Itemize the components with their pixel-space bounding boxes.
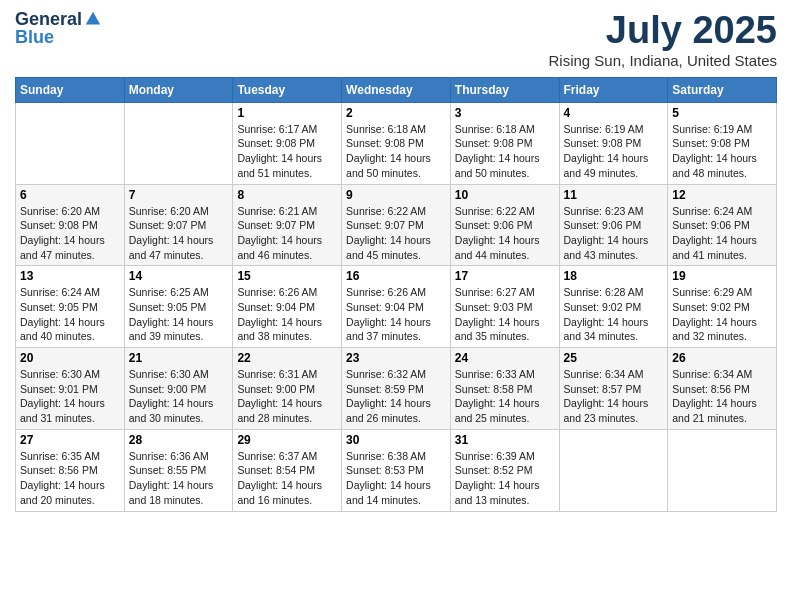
logo: General Blue	[15, 10, 102, 46]
calendar-cell: 24Sunrise: 6:33 AMSunset: 8:58 PMDayligh…	[450, 348, 559, 430]
logo-bird-icon	[84, 10, 102, 28]
calendar-week-row-2: 6Sunrise: 6:20 AMSunset: 9:08 PMDaylight…	[16, 184, 777, 266]
calendar-cell: 10Sunrise: 6:22 AMSunset: 9:06 PMDayligh…	[450, 184, 559, 266]
day-number: 5	[672, 106, 772, 120]
day-number: 8	[237, 188, 337, 202]
calendar-cell: 3Sunrise: 6:18 AMSunset: 9:08 PMDaylight…	[450, 102, 559, 184]
day-info: Sunrise: 6:32 AMSunset: 8:59 PMDaylight:…	[346, 367, 446, 426]
day-info: Sunrise: 6:24 AMSunset: 9:06 PMDaylight:…	[672, 204, 772, 263]
day-info: Sunrise: 6:19 AMSunset: 9:08 PMDaylight:…	[564, 122, 664, 181]
calendar-cell: 26Sunrise: 6:34 AMSunset: 8:56 PMDayligh…	[668, 348, 777, 430]
calendar-cell: 28Sunrise: 6:36 AMSunset: 8:55 PMDayligh…	[124, 429, 233, 511]
page-title: July 2025	[549, 10, 777, 52]
day-number: 3	[455, 106, 555, 120]
day-number: 25	[564, 351, 664, 365]
calendar-week-row-4: 20Sunrise: 6:30 AMSunset: 9:01 PMDayligh…	[16, 348, 777, 430]
calendar-cell: 23Sunrise: 6:32 AMSunset: 8:59 PMDayligh…	[342, 348, 451, 430]
day-number: 24	[455, 351, 555, 365]
day-number: 18	[564, 269, 664, 283]
day-info: Sunrise: 6:26 AMSunset: 9:04 PMDaylight:…	[346, 285, 446, 344]
calendar-header-saturday: Saturday	[668, 77, 777, 102]
page-subtitle: Rising Sun, Indiana, United States	[549, 52, 777, 69]
day-info: Sunrise: 6:24 AMSunset: 9:05 PMDaylight:…	[20, 285, 120, 344]
calendar-cell: 25Sunrise: 6:34 AMSunset: 8:57 PMDayligh…	[559, 348, 668, 430]
day-number: 22	[237, 351, 337, 365]
calendar-cell	[16, 102, 125, 184]
day-number: 2	[346, 106, 446, 120]
day-info: Sunrise: 6:36 AMSunset: 8:55 PMDaylight:…	[129, 449, 229, 508]
calendar-header-wednesday: Wednesday	[342, 77, 451, 102]
day-info: Sunrise: 6:22 AMSunset: 9:07 PMDaylight:…	[346, 204, 446, 263]
logo-blue-text: Blue	[15, 28, 54, 46]
calendar-cell: 21Sunrise: 6:30 AMSunset: 9:00 PMDayligh…	[124, 348, 233, 430]
svg-marker-0	[86, 12, 100, 25]
day-info: Sunrise: 6:20 AMSunset: 9:08 PMDaylight:…	[20, 204, 120, 263]
day-number: 6	[20, 188, 120, 202]
calendar-cell	[668, 429, 777, 511]
day-info: Sunrise: 6:39 AMSunset: 8:52 PMDaylight:…	[455, 449, 555, 508]
day-info: Sunrise: 6:30 AMSunset: 9:00 PMDaylight:…	[129, 367, 229, 426]
day-info: Sunrise: 6:30 AMSunset: 9:01 PMDaylight:…	[20, 367, 120, 426]
calendar-header-thursday: Thursday	[450, 77, 559, 102]
calendar-week-row-1: 1Sunrise: 6:17 AMSunset: 9:08 PMDaylight…	[16, 102, 777, 184]
calendar-cell: 13Sunrise: 6:24 AMSunset: 9:05 PMDayligh…	[16, 266, 125, 348]
day-number: 21	[129, 351, 229, 365]
day-number: 27	[20, 433, 120, 447]
header: General Blue July 2025 Rising Sun, India…	[15, 10, 777, 69]
day-number: 4	[564, 106, 664, 120]
calendar-cell: 9Sunrise: 6:22 AMSunset: 9:07 PMDaylight…	[342, 184, 451, 266]
day-info: Sunrise: 6:22 AMSunset: 9:06 PMDaylight:…	[455, 204, 555, 263]
day-info: Sunrise: 6:27 AMSunset: 9:03 PMDaylight:…	[455, 285, 555, 344]
calendar-cell: 19Sunrise: 6:29 AMSunset: 9:02 PMDayligh…	[668, 266, 777, 348]
day-number: 10	[455, 188, 555, 202]
day-number: 28	[129, 433, 229, 447]
calendar-week-row-3: 13Sunrise: 6:24 AMSunset: 9:05 PMDayligh…	[16, 266, 777, 348]
calendar-header-tuesday: Tuesday	[233, 77, 342, 102]
calendar-cell: 30Sunrise: 6:38 AMSunset: 8:53 PMDayligh…	[342, 429, 451, 511]
day-number: 31	[455, 433, 555, 447]
day-info: Sunrise: 6:20 AMSunset: 9:07 PMDaylight:…	[129, 204, 229, 263]
calendar-cell: 31Sunrise: 6:39 AMSunset: 8:52 PMDayligh…	[450, 429, 559, 511]
calendar-cell: 15Sunrise: 6:26 AMSunset: 9:04 PMDayligh…	[233, 266, 342, 348]
calendar-header-monday: Monday	[124, 77, 233, 102]
calendar-header-sunday: Sunday	[16, 77, 125, 102]
calendar-cell: 18Sunrise: 6:28 AMSunset: 9:02 PMDayligh…	[559, 266, 668, 348]
day-number: 20	[20, 351, 120, 365]
day-number: 30	[346, 433, 446, 447]
day-info: Sunrise: 6:35 AMSunset: 8:56 PMDaylight:…	[20, 449, 120, 508]
day-number: 7	[129, 188, 229, 202]
day-info: Sunrise: 6:21 AMSunset: 9:07 PMDaylight:…	[237, 204, 337, 263]
calendar-cell: 16Sunrise: 6:26 AMSunset: 9:04 PMDayligh…	[342, 266, 451, 348]
day-number: 26	[672, 351, 772, 365]
calendar-cell: 7Sunrise: 6:20 AMSunset: 9:07 PMDaylight…	[124, 184, 233, 266]
calendar-cell: 2Sunrise: 6:18 AMSunset: 9:08 PMDaylight…	[342, 102, 451, 184]
calendar-cell: 1Sunrise: 6:17 AMSunset: 9:08 PMDaylight…	[233, 102, 342, 184]
calendar-cell: 11Sunrise: 6:23 AMSunset: 9:06 PMDayligh…	[559, 184, 668, 266]
day-info: Sunrise: 6:18 AMSunset: 9:08 PMDaylight:…	[455, 122, 555, 181]
day-number: 9	[346, 188, 446, 202]
day-info: Sunrise: 6:23 AMSunset: 9:06 PMDaylight:…	[564, 204, 664, 263]
day-number: 12	[672, 188, 772, 202]
day-number: 14	[129, 269, 229, 283]
calendar-cell: 29Sunrise: 6:37 AMSunset: 8:54 PMDayligh…	[233, 429, 342, 511]
day-number: 13	[20, 269, 120, 283]
day-number: 16	[346, 269, 446, 283]
day-number: 15	[237, 269, 337, 283]
day-info: Sunrise: 6:25 AMSunset: 9:05 PMDaylight:…	[129, 285, 229, 344]
day-info: Sunrise: 6:38 AMSunset: 8:53 PMDaylight:…	[346, 449, 446, 508]
day-info: Sunrise: 6:17 AMSunset: 9:08 PMDaylight:…	[237, 122, 337, 181]
calendar-cell: 8Sunrise: 6:21 AMSunset: 9:07 PMDaylight…	[233, 184, 342, 266]
calendar-cell	[559, 429, 668, 511]
calendar-cell: 5Sunrise: 6:19 AMSunset: 9:08 PMDaylight…	[668, 102, 777, 184]
day-info: Sunrise: 6:37 AMSunset: 8:54 PMDaylight:…	[237, 449, 337, 508]
day-info: Sunrise: 6:31 AMSunset: 9:00 PMDaylight:…	[237, 367, 337, 426]
day-number: 23	[346, 351, 446, 365]
day-number: 11	[564, 188, 664, 202]
day-number: 1	[237, 106, 337, 120]
day-info: Sunrise: 6:29 AMSunset: 9:02 PMDaylight:…	[672, 285, 772, 344]
calendar-cell: 17Sunrise: 6:27 AMSunset: 9:03 PMDayligh…	[450, 266, 559, 348]
calendar-cell: 14Sunrise: 6:25 AMSunset: 9:05 PMDayligh…	[124, 266, 233, 348]
day-number: 19	[672, 269, 772, 283]
calendar-cell	[124, 102, 233, 184]
calendar-week-row-5: 27Sunrise: 6:35 AMSunset: 8:56 PMDayligh…	[16, 429, 777, 511]
